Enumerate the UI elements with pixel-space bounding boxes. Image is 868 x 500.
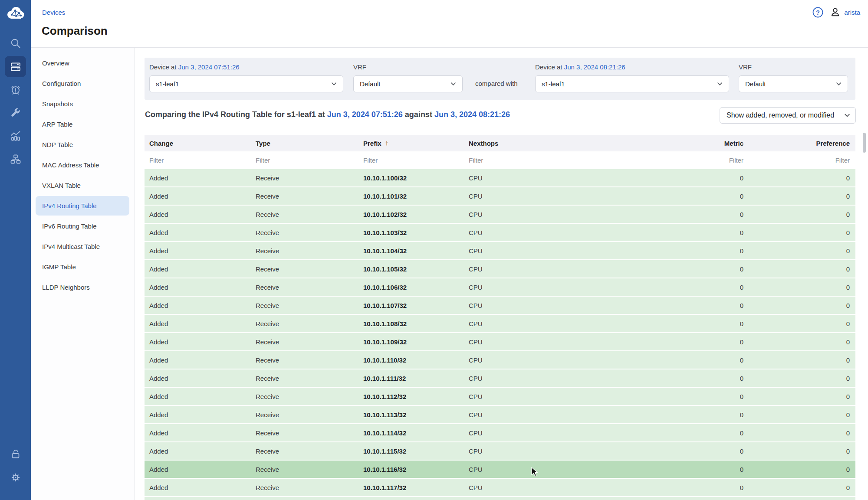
table-row[interactable]: AddedReceive10.10.1.101/32CPU00 xyxy=(145,187,855,205)
timestamp-left-link[interactable]: Jun 3, 2024 07:51:26 xyxy=(178,63,240,71)
cell-prefix: 10.10.1.105/32 xyxy=(358,260,464,278)
cell-preference: 0 xyxy=(743,351,855,369)
cell-preference: 0 xyxy=(743,497,855,500)
cell-metric: 0 xyxy=(670,260,743,278)
settings-icon[interactable] xyxy=(0,472,31,483)
filter-input-preference[interactable] xyxy=(754,157,850,164)
cell-prefix: 10.10.1.110/32 xyxy=(358,351,464,369)
column-header-type[interactable]: Type xyxy=(251,135,358,151)
cell-type: Receive xyxy=(251,206,358,223)
column-header-metric[interactable]: Metric xyxy=(670,135,743,151)
vrf-select-left[interactable]: Default xyxy=(353,75,463,92)
sidebar-item-lldp-neighbors[interactable]: LLDP Neighbors xyxy=(36,278,129,297)
table-row[interactable]: AddedReceive10.10.1.117/32CPU00 xyxy=(145,479,855,496)
unlock-icon[interactable] xyxy=(0,448,31,460)
sidebar-item-overview[interactable]: Overview xyxy=(36,53,129,73)
sidebar-item-ipv4-multicast-table[interactable]: IPv4 Multicast Table xyxy=(36,237,129,256)
cell-preference: 0 xyxy=(743,169,855,186)
help-icon[interactable]: ? xyxy=(812,7,824,18)
timestamp-right-link[interactable]: Jun 3, 2024 08:21:26 xyxy=(564,63,625,71)
provisioning-icon[interactable] xyxy=(0,107,31,118)
summary-timestamp-1[interactable]: Jun 3, 2024 07:51:26 xyxy=(327,110,403,119)
table-row[interactable]: AddedReceive10.10.1.107/32CPU00 xyxy=(145,297,855,314)
user-menu[interactable]: arista xyxy=(829,7,860,18)
sidebar-item-mac-address-table[interactable]: MAC Address Table xyxy=(36,155,129,175)
cell-change: Added xyxy=(145,351,251,369)
column-header-prefix[interactable]: Prefix ↑ xyxy=(358,135,464,151)
cell-nexthops: CPU xyxy=(464,497,670,500)
cell-nexthops: CPU xyxy=(464,388,670,405)
cell-nexthops: CPU xyxy=(464,278,670,296)
metrics-icon[interactable] xyxy=(0,131,31,142)
chevron-down-icon xyxy=(835,80,842,88)
sidebar-item-vxlan-table[interactable]: VXLAN Table xyxy=(36,176,129,195)
sidebar-item-ndp-table[interactable]: NDP Table xyxy=(36,135,129,154)
chevron-down-icon xyxy=(330,80,338,88)
table-row[interactable]: AddedReceive10.10.1.114/32CPU00 xyxy=(145,424,855,441)
sidebar-item-ipv4-routing-table[interactable]: IPv4 Routing Table xyxy=(36,196,129,216)
table-filter-row xyxy=(145,151,855,169)
table-row[interactable]: AddedReceive10.10.1.105/32CPU00 xyxy=(145,260,855,278)
table-row[interactable]: AddedReceive10.10.1.104/32CPU00 xyxy=(145,242,855,259)
cell-change: Added xyxy=(145,442,251,460)
sidebar-item-igmp-table[interactable]: IGMP Table xyxy=(36,257,129,277)
sidebar-item-configuration[interactable]: Configuration xyxy=(36,74,129,93)
table-row[interactable]: AddedReceive10.10.1.109/32CPU00 xyxy=(145,333,855,350)
table-row[interactable]: AddedReceive10.10.1.106/32CPU00 xyxy=(145,278,855,296)
devices-icon[interactable] xyxy=(5,56,26,77)
device-select-left[interactable]: s1-leaf1 xyxy=(149,75,343,92)
table-row[interactable]: AddedReceive10.10.1.113/32CPU00 xyxy=(145,406,855,423)
cell-type: Receive xyxy=(251,461,358,478)
sidebar-item-arp-table[interactable]: ARP Table xyxy=(36,114,129,134)
table-row[interactable]: AddedReceive10.10.1.110/32CPU00 xyxy=(145,351,855,369)
table-row[interactable]: AddedReceive10.10.1.108/32CPU00 xyxy=(145,315,855,332)
display-filter-select[interactable]: Show added, removed, or modified xyxy=(720,107,856,124)
column-header-change[interactable]: Change xyxy=(145,135,251,151)
compared-with-label: compared with xyxy=(475,80,518,87)
cell-type: Receive xyxy=(251,388,358,405)
table-row[interactable]: AddedReceive10.10.1.116/32CPU00 xyxy=(145,461,855,478)
cell-metric: 0 xyxy=(670,297,743,314)
table-row[interactable]: AddedReceive10.10.1.100/32CPU00 xyxy=(145,169,855,186)
summary-timestamp-2[interactable]: Jun 3, 2024 08:21:26 xyxy=(434,110,510,119)
topology-icon[interactable] xyxy=(0,154,31,165)
scrollbar-thumb[interactable] xyxy=(863,133,866,153)
table-row[interactable]: AddedReceive10.10.1.103/32CPU00 xyxy=(145,224,855,241)
cell-metric: 0 xyxy=(670,351,743,369)
routing-table-comparison: Change Type Prefix ↑ Nexthops Metric Pre… xyxy=(145,135,855,500)
cell-metric: 0 xyxy=(670,424,743,441)
cell-prefix: 10.10.1.108/32 xyxy=(358,315,464,332)
comparison-sidebar: OverviewConfigurationSnapshotsARP TableN… xyxy=(31,48,135,500)
filter-input-change[interactable] xyxy=(149,157,241,164)
cell-prefix: 10.10.1.112/32 xyxy=(358,388,464,405)
sidebar-item-ipv6-routing-table[interactable]: IPv6 Routing Table xyxy=(36,216,129,236)
filter-input-metric[interactable] xyxy=(677,157,743,164)
table-body: AddedReceive10.10.1.100/32CPU00AddedRece… xyxy=(145,169,855,500)
device-select-right[interactable]: s1-leaf1 xyxy=(535,75,729,92)
filter-input-type[interactable] xyxy=(256,157,348,164)
cell-prefix: 10.10.1.111/32 xyxy=(358,369,464,387)
cell-prefix: 10.10.1.106/32 xyxy=(358,278,464,296)
cell-nexthops: CPU xyxy=(464,297,670,314)
filter-input-prefix[interactable] xyxy=(363,157,454,164)
events-icon[interactable] xyxy=(0,84,31,95)
column-header-preference[interactable]: Preference xyxy=(743,135,855,151)
filter-input-nexthops[interactable] xyxy=(469,157,650,164)
cell-change: Added xyxy=(145,479,251,496)
vrf-left-label: VRF xyxy=(353,63,366,71)
cell-preference: 0 xyxy=(743,224,855,241)
table-row[interactable]: AddedReceive10.10.1.111/32CPU00 xyxy=(145,369,855,387)
comparison-controls: Device at Jun 3, 2024 07:51:26 s1-leaf1 … xyxy=(145,58,855,100)
column-header-nexthops[interactable]: Nexthops xyxy=(464,135,670,151)
cloudvision-logo[interactable] xyxy=(0,6,31,20)
cell-change: Added xyxy=(145,278,251,296)
table-row[interactable]: AddedReceive10.10.1.118/32CPU00 xyxy=(145,497,855,500)
cell-type: Receive xyxy=(251,333,358,350)
table-row[interactable]: AddedReceive10.10.1.112/32CPU00 xyxy=(145,388,855,405)
breadcrumb-devices[interactable]: Devices xyxy=(42,9,65,16)
table-row[interactable]: AddedReceive10.10.1.102/32CPU00 xyxy=(145,206,855,223)
vrf-select-right[interactable]: Default xyxy=(739,75,848,92)
search-icon[interactable] xyxy=(0,38,31,49)
sidebar-item-snapshots[interactable]: Snapshots xyxy=(36,94,129,114)
table-row[interactable]: AddedReceive10.10.1.115/32CPU00 xyxy=(145,442,855,460)
